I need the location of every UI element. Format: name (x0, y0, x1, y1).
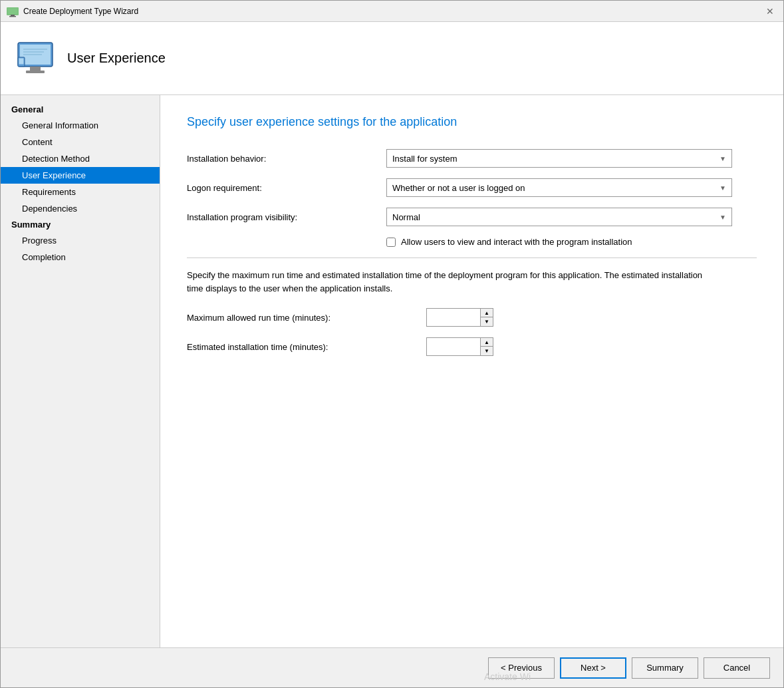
svg-rect-7 (26, 71, 45, 73)
sidebar-item-progress[interactable]: Progress (1, 232, 160, 249)
svg-rect-1 (8, 9, 17, 14)
max-run-time-row: Maximum allowed run time (minutes): 120 … (187, 308, 757, 327)
close-button[interactable]: ✕ (762, 3, 778, 19)
estimated-install-spinbox-buttons: ▲ ▼ (480, 338, 493, 355)
installation-behavior-value: Install for system (392, 154, 457, 164)
sidebar-item-completion[interactable]: Completion (1, 249, 160, 265)
wizard-icon (6, 5, 19, 18)
max-run-time-decrement-button[interactable]: ▼ (481, 317, 493, 326)
sidebar-item-user-experience[interactable]: User Experience (1, 167, 160, 184)
header-title: User Experience (67, 51, 166, 66)
max-run-time-spinbox-buttons: ▲ ▼ (480, 309, 493, 326)
estimated-install-spinbox: 0 ▲ ▼ (426, 337, 493, 356)
logon-requirement-label: Logon requirement: (187, 183, 386, 193)
installation-visibility-label: Installation program visibility: (187, 212, 386, 222)
next-button[interactable]: Next > (560, 657, 626, 679)
logon-requirement-row: Logon requirement: Whether or not a user… (187, 178, 757, 197)
sidebar-item-general-information[interactable]: General Information (1, 117, 160, 134)
estimated-install-decrement-button[interactable]: ▼ (481, 347, 493, 355)
page-title: Specify user experience settings for the… (187, 115, 757, 129)
header-icon (14, 37, 57, 80)
sidebar-item-requirements[interactable]: Requirements (1, 184, 160, 200)
main-content: Specify user experience settings for the… (160, 95, 783, 647)
title-bar-left: Create Deployment Type Wizard (6, 5, 138, 18)
installation-visibility-control: Normal ▼ (386, 208, 732, 226)
installation-visibility-value: Normal (392, 212, 420, 222)
svg-rect-2 (11, 15, 15, 16)
allow-users-label: Allow users to view and interact with th… (401, 237, 632, 247)
estimated-install-row: Estimated installation time (minutes): 0… (187, 337, 757, 356)
logon-requirement-dropdown[interactable]: Whether or not a user is logged on ▼ (386, 178, 732, 197)
section-divider (187, 258, 757, 258)
cancel-button[interactable]: Cancel (704, 657, 770, 679)
estimated-install-increment-button[interactable]: ▲ (481, 338, 493, 347)
installation-visibility-dropdown[interactable]: Normal ▼ (386, 208, 732, 226)
dropdown-arrow-icon-3: ▼ (719, 214, 726, 221)
sidebar-item-detection-method[interactable]: Detection Method (1, 150, 160, 167)
sidebar-item-dependencies[interactable]: Dependencies (1, 200, 160, 217)
allow-users-checkbox[interactable] (386, 238, 396, 247)
svg-rect-3 (9, 16, 16, 17)
max-run-time-label: Maximum allowed run time (minutes): (187, 313, 426, 323)
max-run-time-increment-button[interactable]: ▲ (481, 309, 493, 317)
max-run-time-input[interactable]: 120 (427, 309, 480, 326)
estimated-install-label: Estimated installation time (minutes): (187, 342, 426, 352)
wizard-header: User Experience (1, 22, 783, 95)
installation-behavior-control: Install for system ▼ (386, 149, 732, 168)
previous-button[interactable]: < Previous (488, 657, 555, 679)
sidebar-section-summary: Summary (1, 217, 160, 232)
sidebar-item-content[interactable]: Content (1, 134, 160, 150)
wizard-window: Create Deployment Type Wizard ✕ User (0, 0, 784, 688)
installation-behavior-row: Installation behavior: Install for syste… (187, 149, 757, 168)
description-text: Specify the maximum run time and estimat… (187, 269, 719, 295)
dropdown-arrow-icon: ▼ (719, 155, 726, 162)
svg-rect-9 (19, 58, 24, 64)
title-bar: Create Deployment Type Wizard ✕ (1, 1, 783, 22)
estimated-install-input[interactable]: 0 (427, 338, 480, 355)
installation-behavior-dropdown[interactable]: Install for system ▼ (386, 149, 732, 168)
installation-visibility-row: Installation program visibility: Normal … (187, 208, 757, 226)
summary-button[interactable]: Summary (632, 657, 698, 679)
installation-behavior-label: Installation behavior: (187, 154, 386, 164)
dropdown-arrow-icon-2: ▼ (719, 184, 726, 192)
sidebar: General General Information Content Dete… (1, 95, 160, 647)
logon-requirement-value: Whether or not a user is logged on (392, 183, 525, 193)
max-run-time-spinbox: 120 ▲ ▼ (426, 308, 493, 327)
wizard-footer: Activate Wi < Previous Next > Summary Ca… (1, 647, 783, 687)
wizard-body: General General Information Content Dete… (1, 95, 783, 647)
logon-requirement-control: Whether or not a user is logged on ▼ (386, 178, 732, 197)
window-title: Create Deployment Type Wizard (23, 7, 138, 16)
allow-users-row: Allow users to view and interact with th… (386, 237, 757, 247)
sidebar-section-general: General (1, 102, 160, 117)
